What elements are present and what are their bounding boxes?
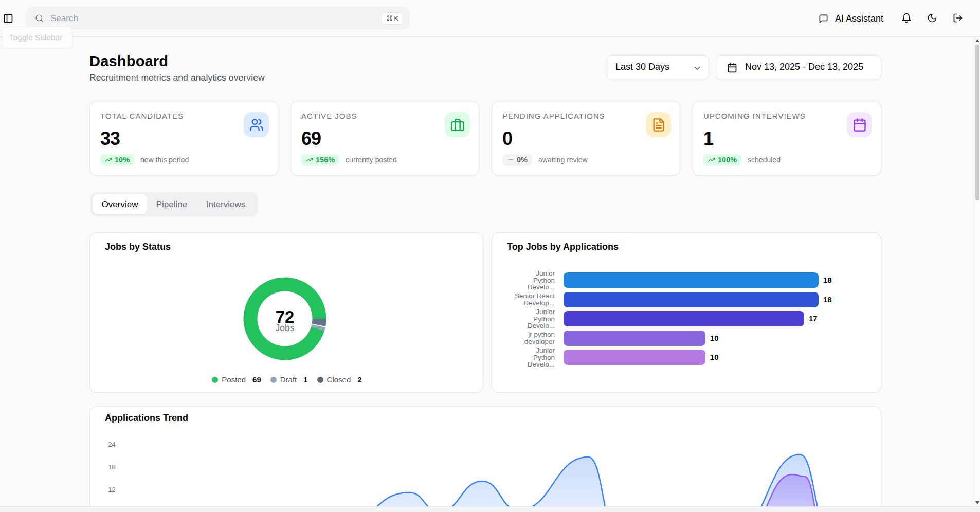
svg-text:Jobs: Jobs: [276, 323, 295, 333]
